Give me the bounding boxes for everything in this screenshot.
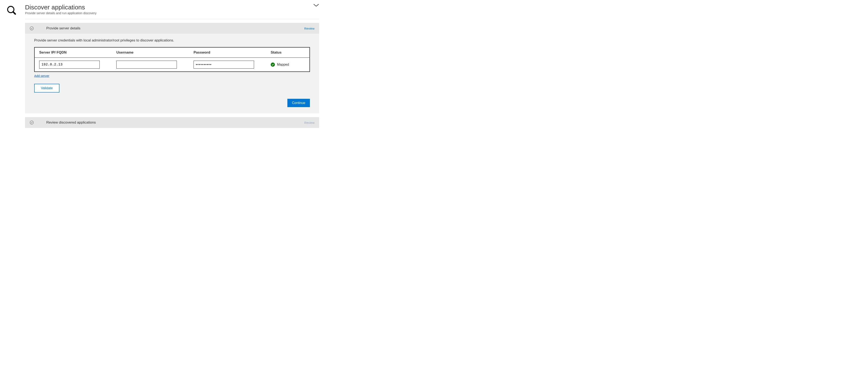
check-circle-icon xyxy=(30,26,34,30)
table-header-row: Server IP/ FQDN Username Password Status xyxy=(35,47,309,58)
check-circle-icon xyxy=(30,121,34,125)
chevron-down-icon[interactable] xyxy=(313,4,319,8)
review-link[interactable]: Review xyxy=(304,121,314,124)
section-title: Review discovered applications xyxy=(46,121,292,125)
password-input[interactable] xyxy=(193,61,254,69)
svg-point-3 xyxy=(30,121,34,124)
section-title: Provide server details xyxy=(46,26,292,30)
page-title: Discover applications xyxy=(25,4,97,11)
add-server-link[interactable]: Add server xyxy=(34,74,50,77)
section-provide-server-details[interactable]: Provide server details Review xyxy=(25,23,319,34)
search-icon xyxy=(6,13,17,17)
section-description: Provide server credentials with local ad… xyxy=(34,38,310,42)
status-text: Mapped xyxy=(277,63,289,66)
status-success-icon xyxy=(271,63,275,67)
server-ip-input[interactable] xyxy=(39,61,100,69)
col-header-ip: Server IP/ FQDN xyxy=(39,51,100,55)
username-input[interactable] xyxy=(116,61,177,69)
validate-button[interactable]: Validate xyxy=(34,84,59,93)
server-table: Server IP/ FQDN Username Password Status xyxy=(34,47,310,72)
section-review-discovered-apps[interactable]: Review discovered applications Review xyxy=(25,117,319,128)
svg-point-2 xyxy=(30,27,34,30)
continue-button[interactable]: Continue xyxy=(287,99,310,107)
col-header-user: Username xyxy=(116,51,177,55)
col-header-pass: Password xyxy=(193,51,254,55)
svg-line-1 xyxy=(13,12,16,14)
review-link[interactable]: Review xyxy=(304,27,314,30)
col-header-status: Status xyxy=(271,51,305,55)
table-row: Mapped xyxy=(35,58,309,71)
page-subtitle: Provide server details and run applicati… xyxy=(25,11,97,15)
